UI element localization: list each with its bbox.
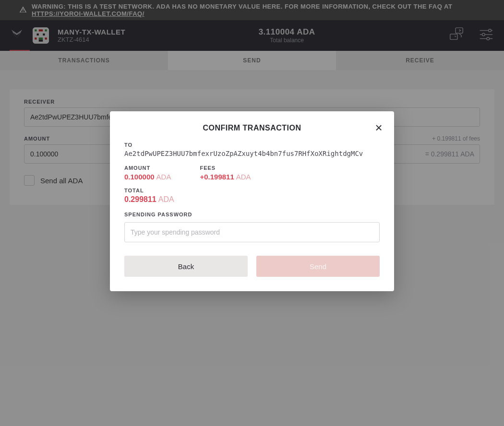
- modal-total-value: 0.299811ADA: [124, 195, 380, 204]
- modal-title: CONFIRM TRANSACTION: [124, 124, 380, 132]
- modal-fees-label: FEES: [200, 165, 251, 171]
- modal-amount-label: AMOUNT: [124, 165, 171, 171]
- modal-to-value: Ae2tdPwUPEZ3HUU7bmfexrUzoZpAZxuyt4b4bn7f…: [124, 150, 380, 157]
- modal-to-label: TO: [124, 142, 380, 148]
- modal-total-label: TOTAL: [124, 188, 380, 193]
- confirm-transaction-modal: CONFIRM TRANSACTION × TO Ae2tdPwUPEZ3HUU…: [110, 111, 394, 291]
- modal-fees-value: +0.199811ADA: [200, 173, 251, 181]
- back-button[interactable]: Back: [124, 256, 248, 277]
- close-icon[interactable]: ×: [372, 121, 385, 134]
- spending-password-input[interactable]: [124, 222, 380, 242]
- spending-password-label: SPENDING PASSWORD: [124, 212, 380, 217]
- send-button[interactable]: Send: [256, 256, 380, 277]
- modal-amount-value: 0.100000ADA: [124, 173, 171, 181]
